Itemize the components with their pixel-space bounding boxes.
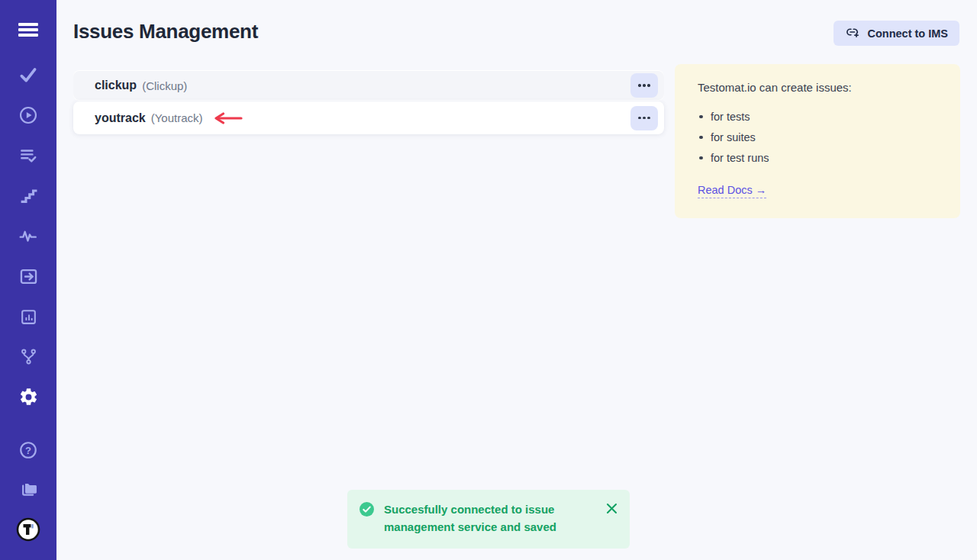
sidebar: ?	[0, 0, 56, 560]
issue-name: youtrack	[95, 111, 146, 125]
success-toast: Succesfully connected to issue managemen…	[347, 490, 630, 549]
row-menu-button[interactable]	[630, 106, 658, 130]
info-panel-item: for tests	[698, 111, 937, 123]
connect-button-label: Connect to IMS	[867, 27, 948, 40]
steps-icon[interactable]	[19, 186, 38, 205]
import-icon[interactable]	[18, 266, 39, 287]
testomat-logo[interactable]	[16, 517, 40, 542]
info-panel: Testomat.io can create issues: for tests…	[675, 64, 960, 218]
svg-text:?: ?	[25, 445, 31, 456]
ellipsis-icon	[638, 117, 640, 119]
issue-name: clickup	[95, 79, 137, 92]
toast-message: Succesfully connected to issue managemen…	[384, 500, 581, 536]
info-panel-item: for suites	[698, 131, 937, 143]
issue-type: (Youtrack)	[151, 111, 203, 124]
issues-list: clickup(Clickup)youtrack(Youtrack)	[73, 70, 664, 134]
close-icon[interactable]	[606, 503, 617, 514]
runs-play-icon[interactable]	[18, 105, 38, 125]
ellipsis-icon	[647, 117, 650, 119]
reports-chart-icon[interactable]	[19, 307, 38, 327]
issue-row-youtrack[interactable]: youtrack(Youtrack)	[73, 101, 664, 134]
projects-folder-icon[interactable]	[18, 478, 39, 499]
issue-row-clickup[interactable]: clickup(Clickup)	[73, 70, 664, 101]
tests-check-icon[interactable]	[18, 65, 38, 85]
ellipsis-icon	[647, 84, 650, 86]
settings-gear-icon[interactable]	[18, 387, 39, 407]
info-panel-item: for test runs	[698, 152, 937, 164]
ellipsis-icon	[643, 117, 645, 119]
info-panel-list: for testsfor suitesfor test runs	[698, 111, 937, 164]
red-left-arrow-icon	[211, 112, 243, 124]
row-menu-button[interactable]	[630, 73, 658, 98]
plans-list-check-icon[interactable]	[18, 146, 38, 166]
connect-to-ims-button[interactable]: Connect to IMS	[834, 21, 959, 46]
sidebar-bottom: ?	[16, 440, 40, 560]
help-icon[interactable]: ?	[18, 440, 38, 460]
success-check-icon	[360, 502, 374, 520]
branches-icon[interactable]	[19, 347, 38, 366]
issue-type: (Clickup)	[142, 79, 187, 92]
sidebar-nav	[18, 65, 39, 407]
analytics-pulse-icon[interactable]	[18, 226, 38, 246]
ellipsis-icon	[638, 84, 640, 86]
add-link-icon	[845, 24, 860, 42]
read-docs-link[interactable]: Read Docs →	[698, 184, 766, 198]
ellipsis-icon	[643, 84, 645, 86]
page-title: Issues Management	[73, 20, 258, 43]
menu-icon[interactable]	[17, 21, 40, 39]
info-panel-heading: Testomat.io can create issues:	[698, 81, 937, 94]
